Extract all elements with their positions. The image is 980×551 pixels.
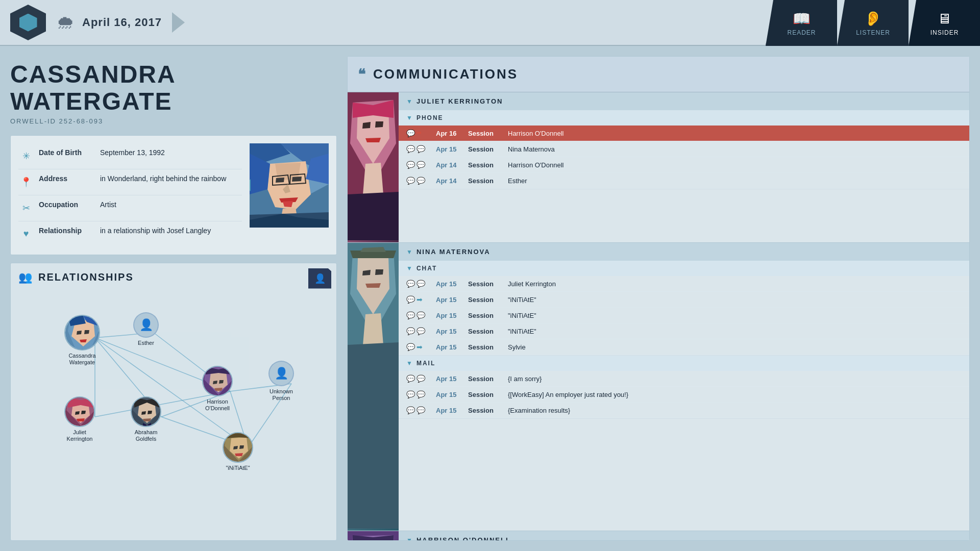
chat-icon-1a: 💬 [406,280,415,288]
nav-listener-label: Listener [856,29,890,36]
mail-row-1[interactable]: 💬 💬 Apr 15 Session {I am sorry} [399,371,969,387]
reader-icon: 📖 [793,10,811,27]
nina-chat-header[interactable]: ▼ CHAT [399,261,969,276]
chat-session-5: Session [468,343,504,351]
mail-icon-2a: 💬 [406,390,415,398]
relationships-card: 👥 RELATIONSHIPS 👤 [10,263,337,541]
chat-row-4[interactable]: 💬 💬 Apr 15 Session "iNiTiAtE" [399,323,969,339]
portrait-prev-arrow[interactable] [250,179,251,191]
speech-icon-3b: 💬 [416,161,425,169]
node-harrison[interactable]: HarrisonO'Donnell [202,366,233,412]
comm-row-apr16-harrison[interactable]: 💬 ➡ Apr 16 Session Harrison O'Donnell [399,126,969,141]
nina-collapse-icon: ▼ [406,248,412,256]
mail-collapse-icon: ▼ [406,360,412,367]
top-bar: 🌧 April 16, 2017 📖 Reader 👂 Listener 🖥 I… [0,0,980,46]
node-unknown[interactable]: 👤 UnknownPerson [268,361,294,402]
nav-reader[interactable]: 📖 Reader [766,0,837,46]
chat-icon-3b: 💬 [416,311,425,319]
chat-icon-3a: 💬 [406,311,415,319]
chat-icon-1b: 💬 [416,280,425,288]
chat-icons-2: 💬 ➡ [406,295,432,304]
nav-listener[interactable]: 👂 Listener [837,0,909,46]
chat-row-2[interactable]: 💬 ➡ Apr 15 Session "iNiTiAtE" [399,292,969,308]
mail-row-3[interactable]: 💬 💬 Apr 15 Session {Examination results} [399,403,969,418]
harrison-section-name: HARRISON O'DONNELL [416,536,511,540]
node-abraham[interactable]: AbrahamGoldfels [131,396,161,442]
comm-row-apr14-esther[interactable]: 💬 💬 Apr 14 Session Esther [399,173,969,189]
mail-icon-1b: 💬 [416,374,425,383]
date-4: Apr 14 [436,177,464,185]
comm-body[interactable]: ▼ JULIET KERRINGTON ▼ PHONE 💬 ➡ [348,92,969,540]
juliet-phone-group: ▼ PHONE 💬 ➡ Apr 16 Session Harrison O'Do… [399,110,969,189]
left-panel: CASSANDRA WATERGATE ORWELL-ID 252-68-093… [10,56,337,541]
dob-value: September 13, 1992 [100,148,165,157]
mail-label: MAIL [416,360,435,367]
svg-marker-11 [292,177,302,182]
chat-icons-5: 💬 ➡ [406,343,432,351]
person-name: CASSANDRA WATERGATE [10,61,337,115]
dob-icon: ✳ [18,148,34,164]
session-4: Session [468,177,504,185]
juliet-section-header[interactable]: ▼ JULIET KERRINGTON [399,92,969,110]
chat-icon-2a: 💬 [406,295,415,304]
chat-icon-5b: ➡ [416,343,423,351]
chat-icon-4a: 💬 [406,327,415,335]
logo[interactable] [10,5,46,40]
nina-section-name: NINA MATERNOVA [416,248,491,256]
chat-contact-1: Juliet Kerrington [508,280,962,288]
chat-session-3: Session [468,312,504,319]
svg-marker-68 [239,445,244,449]
chat-icons-4: 💬 💬 [406,327,432,335]
juliet-phone-header[interactable]: ▼ PHONE [399,110,969,126]
node-juliet[interactable]: JulietKerrington [64,396,95,442]
svg-marker-69 [235,453,243,456]
relationship-value: in a relationship with Josef Langley [100,227,211,235]
svg-marker-46 [77,418,85,421]
comm-row-apr15-nina[interactable]: 💬 💬 Apr 15 Session Nina Maternova [399,141,969,157]
comm-row-apr14-harrison[interactable]: 💬 💬 Apr 14 Session Harrison O'Donnell [399,157,969,173]
chat-row-1[interactable]: 💬 💬 Apr 15 Session Juliet Kerrington [399,276,969,292]
mail-date-3: Apr 15 [436,407,464,414]
address-label: Address [39,174,95,183]
node-unknown-avatar: 👤 [268,361,294,386]
svg-marker-75 [375,121,383,128]
date-1: Apr 16 [436,130,464,137]
svg-marker-44 [75,411,80,415]
nina-section-header[interactable]: ▼ NINA MATERNOVA [399,243,969,261]
nav-insider[interactable]: 🖥 Insider [909,0,980,46]
chat-session-2: Session [468,296,504,304]
contact-1: Harrison O'Donnell [508,130,962,137]
nina-mail-header[interactable]: ▼ MAIL [399,356,969,371]
juliet-section-name: JULIET KERRINGTON [416,97,503,105]
info-fields: ✳ Date of Birth September 13, 1992 📍 Add… [18,143,242,247]
chat-date-3: Apr 15 [436,312,464,319]
chat-label: CHAT [416,265,437,272]
mail-row-2[interactable]: 💬 💬 Apr 15 Session {[WorkEasy] An employ… [399,387,969,403]
add-person-button[interactable]: 👤 [308,268,331,289]
right-panel: ❝ COMMUNICATIONS [347,56,970,541]
address-value: in Wonderland, right behind the rainbow [100,174,226,183]
svg-marker-38 [84,330,89,334]
svg-marker-74 [362,122,371,129]
harrison-section-header[interactable]: ▼ HARRISON O'DONNELL [399,531,969,540]
address-row: 📍 Address in Wonderland, right behind th… [18,169,242,195]
chat-row-5[interactable]: 💬 ➡ Apr 15 Session Sylvie [399,339,969,355]
node-cassandra[interactable]: CassandraWatergate [64,315,100,366]
svg-marker-76 [365,138,381,142]
node-esther-avatar: 👤 [133,312,159,338]
chat-row-3[interactable]: 💬 💬 Apr 15 Session "iNiTiAtE" [399,308,969,323]
weather-icon: 🌧 [56,12,75,33]
network-graph: CassandraWatergate 👤 Esther [18,289,329,458]
date-3: Apr 14 [436,161,464,169]
listener-icon: 👂 [864,10,883,27]
node-initiate-label: "iNiTiAtE" [226,465,250,471]
node-initiate[interactable]: "iNiTiAtE" [223,432,253,471]
speech-icon-3a: 💬 [406,161,415,169]
person-header: CASSANDRA WATERGATE ORWELL-ID 252-68-093 [10,56,337,128]
comm-header: ❝ COMMUNICATIONS [348,57,969,92]
node-esther[interactable]: 👤 Esther [133,312,159,346]
nina-section-content: ▼ NINA MATERNOVA ▼ CHAT 💬 💬 [399,243,969,531]
occupation-value: Artist [100,201,116,209]
chat-icons-1: 💬 💬 [406,280,432,288]
address-icon: 📍 [18,174,34,190]
